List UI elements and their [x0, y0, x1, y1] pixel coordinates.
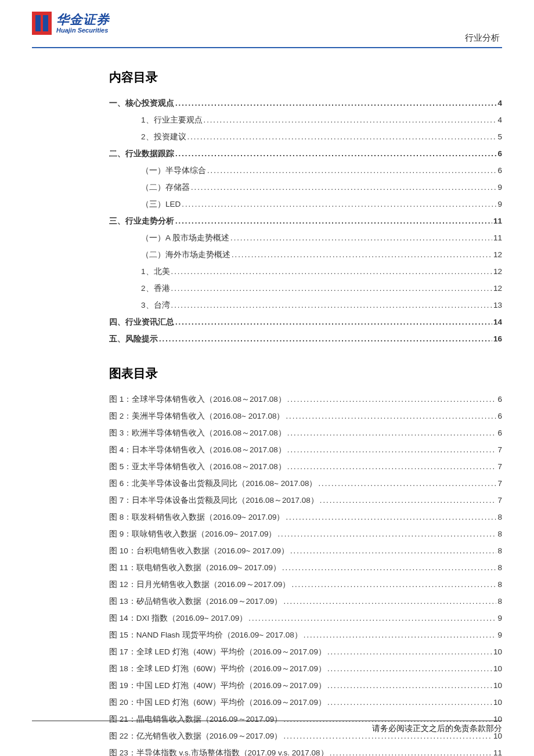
toc-entry[interactable]: （二）海外市场走势概述12	[109, 250, 502, 260]
figure-entry-page: 8	[497, 530, 502, 538]
figure-entry[interactable]: 图 9：联咏销售收入数据（2016.09~ 2017.09） 8	[109, 529, 502, 539]
figure-entry-page: 8	[497, 513, 502, 521]
figure-entry-page: 8	[497, 580, 502, 589]
company-logo: 华金证券 Huajin Securities	[32, 12, 110, 35]
toc-entry[interactable]: 1、北美 12	[109, 267, 502, 277]
figure-entry-label: 图 6：北美半导体设备出货额及同比（2016.08~ 2017.08）	[109, 478, 317, 489]
figure-entry-label: 图 20：中国 LED 灯泡（60W）平均价（2016.09～2017.09）	[109, 697, 326, 708]
page-header: 华金证券 Huajin Securities 行业分析	[0, 0, 534, 44]
toc-entry-page: 9	[497, 183, 502, 192]
page-footer: 请务必阅读正文之后的免责条款部分	[32, 721, 502, 734]
figure-entry-label: 图 8：联发科销售收入数据（2016.09~ 2017.09）	[109, 512, 285, 523]
figure-entry[interactable]: 图 8：联发科销售收入数据（2016.09~ 2017.09） 8	[109, 512, 502, 523]
figure-dots	[327, 698, 492, 707]
toc-entry-page: 4	[497, 99, 502, 107]
toc-entry-label: 3、台湾	[141, 300, 170, 311]
toc-entry-label: 二、行业数据跟踪	[109, 149, 174, 159]
toc-entry-page: 12	[493, 267, 502, 276]
figure-dots	[283, 597, 496, 606]
toc-dots	[191, 183, 496, 192]
figure-entry[interactable]: 图 15：NAND Flash 现货平均价（2016.09~ 2017.08） …	[109, 630, 502, 640]
figure-entry-page: 10	[493, 664, 502, 673]
figure-entry[interactable]: 图 20：中国 LED 灯泡（60W）平均价（2016.09～2017.09） …	[109, 697, 502, 708]
figures-list: 图 1：全球半导体销售收入（2016.08～2017.08） 6图 2：美洲半导…	[109, 394, 502, 756]
toc-entry[interactable]: （一）半导体综合6	[109, 165, 502, 176]
figure-entry[interactable]: 图 6：北美半导体设备出货额及同比（2016.08~ 2017.08） 7	[109, 478, 502, 489]
toc-entry[interactable]: 三、行业走势分析 11	[109, 216, 502, 226]
figure-entry[interactable]: 图 10：台积电销售收入数据（2016.09~ 2017.09） 8	[109, 546, 502, 556]
toc-entry-page: 11	[493, 217, 502, 225]
toc-dots	[175, 149, 496, 158]
toc-entry[interactable]: （三）LED9	[109, 199, 502, 210]
figure-entry[interactable]: 图 7：日本半导体设备出货额及同比（2016.08～2017.08） 7	[109, 495, 502, 506]
figure-entry[interactable]: 图 23：半导体指数 v.s.市场整体指数（2017.09 v.s. 2017.…	[109, 748, 502, 756]
toc-entry[interactable]: 四、行业资讯汇总14	[109, 317, 502, 327]
toc-entry[interactable]: 1、行业主要观点 4	[109, 115, 502, 125]
figure-entry[interactable]: 图 13：矽品销售收入数据（2016.09～2017.09） 8	[109, 596, 502, 607]
toc-entry-label: 1、行业主要观点	[141, 115, 203, 125]
toc-entry[interactable]: 2、香港 12	[109, 283, 502, 294]
toc-entry-label: 2、投资建议	[141, 132, 186, 142]
toc-entry[interactable]: 五、风险提示16	[109, 334, 502, 344]
figure-entry[interactable]: 图 2：美洲半导体销售收入（2016.08~ 2017.08） 6	[109, 411, 502, 422]
footer-text: 请务必阅读正文之后的免责条款部分	[372, 723, 502, 733]
figure-entry-page: 11	[493, 748, 502, 756]
toc-entry-label: 一、核心投资观点	[109, 98, 174, 109]
figure-entry[interactable]: 图 18：全球 LED 灯泡（60W）平均价（2016.09～2017.09） …	[109, 664, 502, 674]
figure-entry-label: 图 12：日月光销售收入数据（2016.09～2017.09）	[109, 579, 290, 590]
figure-entry[interactable]: 图 19：中国 LED 灯泡（40W）平均价（2016.09～2017.09） …	[109, 681, 502, 691]
figure-dots	[319, 479, 497, 488]
toc-entry-label: 三、行业走势分析	[109, 216, 174, 226]
figure-entry-label: 图 15：NAND Flash 现货平均价（2016.09~ 2017.08）	[109, 630, 302, 640]
figure-entry-page: 6	[497, 395, 502, 404]
figure-dots	[286, 513, 497, 521]
toc-entry[interactable]: （一）A 股市场走势概述 11	[109, 233, 502, 243]
figure-dots	[290, 546, 496, 555]
figure-entry-page: 8	[497, 546, 502, 555]
figure-entry[interactable]: 图 3：欧洲半导体销售收入（2016.08～2017.08） 6	[109, 428, 502, 438]
figure-entry-page: 10	[493, 681, 502, 690]
figure-entry-label: 图 19：中国 LED 灯泡（40W）平均价（2016.09～2017.09）	[109, 681, 326, 691]
logo-name-cn: 华金证券	[56, 13, 110, 27]
toc-entry-page: 14	[493, 318, 502, 326]
figure-entry-label: 图 9：联咏销售收入数据（2016.09~ 2017.09）	[109, 529, 277, 539]
figure-dots	[287, 395, 497, 404]
figure-entry-label: 图 13：矽品销售收入数据（2016.09～2017.09）	[109, 596, 282, 607]
figure-dots	[248, 614, 496, 622]
toc-entry-label: 五、风险提示	[109, 334, 158, 344]
figure-dots	[320, 496, 497, 505]
figure-entry[interactable]: 图 12：日月光销售收入数据（2016.09～2017.09） 8	[109, 579, 502, 590]
figure-dots	[327, 681, 492, 690]
toc-title: 内容目录	[109, 69, 502, 85]
figure-entry-page: 9	[497, 631, 502, 639]
toc-entry-label: 2、香港	[141, 283, 170, 294]
toc-entry[interactable]: 二、行业数据跟踪6	[109, 149, 502, 159]
figure-entry[interactable]: 图 17：全球 LED 灯泡（40W）平均价（2016.09～2017.09） …	[109, 647, 502, 657]
logo-name-en: Huajin Securities	[56, 27, 110, 34]
figure-entry[interactable]: 图 14：DXI 指数（2016.09~ 2017.09） 9	[109, 613, 502, 624]
figure-entry[interactable]: 图 4：日本半导体销售收入（2016.08～2017.08） 7	[109, 445, 502, 455]
toc-entry[interactable]: （二）存储器9	[109, 182, 502, 193]
figure-entry[interactable]: 图 5：亚太半导体销售收入（2016.08～2017.08） 7	[109, 462, 502, 472]
toc-entry[interactable]: 一、核心投资观点4	[109, 98, 502, 109]
figure-entry[interactable]: 图 11：联电销售收入数据（2016.09~ 2017.09） 8	[109, 563, 502, 573]
figure-dots	[287, 445, 497, 454]
toc-entry[interactable]: 3、台湾 13	[109, 300, 502, 311]
toc-dots	[204, 116, 497, 124]
toc-dots	[232, 250, 492, 259]
toc-entry-page: 6	[497, 166, 502, 175]
toc-entry-label: （一）A 股市场走势概述	[141, 233, 229, 243]
figure-entry-label: 图 14：DXI 指数（2016.09~ 2017.09）	[109, 613, 247, 624]
toc-dots	[175, 217, 492, 225]
figure-entry-label: 图 11：联电销售收入数据（2016.09~ 2017.09）	[109, 563, 281, 573]
figure-dots	[282, 563, 496, 572]
figure-entry-label: 图 1：全球半导体销售收入（2016.08～2017.08）	[109, 394, 286, 405]
toc-entry-page: 12	[493, 284, 502, 293]
toc-dots	[159, 334, 492, 343]
toc-dots	[182, 200, 496, 208]
figure-entry-label: 图 3：欧洲半导体销售收入（2016.08～2017.08）	[109, 428, 286, 438]
figure-entry[interactable]: 图 1：全球半导体销售收入（2016.08～2017.08） 6	[109, 394, 502, 405]
toc-dots	[175, 318, 492, 326]
figure-entry-label: 图 18：全球 LED 灯泡（60W）平均价（2016.09～2017.09）	[109, 664, 326, 674]
toc-entry[interactable]: 2、投资建议 5	[109, 132, 502, 142]
